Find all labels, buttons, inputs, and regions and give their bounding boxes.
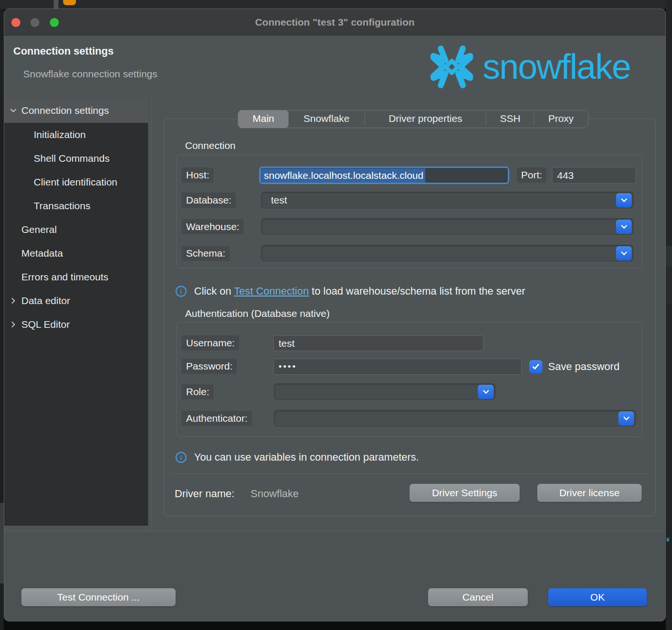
info-icon: i: [176, 286, 187, 297]
test-connection-link[interactable]: Test Connection: [234, 285, 309, 297]
hint-suffix: to load warehouse/schema list from the s…: [309, 285, 525, 297]
desktop-top-strip: [0, 0, 672, 9]
sidebar-item-errors-and-timeouts[interactable]: Errors and timeouts: [4, 265, 148, 289]
chevron-down-icon: [621, 224, 627, 229]
desktop-divider: [54, 0, 58, 9]
window-title: Connection "test 3" configuration: [4, 9, 665, 36]
desktop-app-icon: [63, 0, 76, 5]
sidebar-item-label: Metadata: [21, 248, 63, 259]
role-label: Role:: [182, 384, 214, 399]
tab-driver-properties[interactable]: Driver properties: [365, 110, 486, 128]
role-combo[interactable]: [274, 383, 495, 400]
tab-main[interactable]: Main: [238, 110, 289, 128]
settings-tree: Connection settings Initialization Shell…: [4, 98, 148, 526]
schema-dropdown-button[interactable]: [616, 246, 632, 260]
ok-button[interactable]: OK: [548, 588, 647, 606]
desktop-right-strip: ¥: [666, 0, 672, 630]
warehouse-label: Warehouse:: [182, 219, 243, 234]
password-input[interactable]: [273, 359, 522, 375]
sidebar-item-label: Errors and timeouts: [21, 271, 108, 283]
sidebar-item-label: Connection settings: [21, 105, 109, 116]
sidebar-item-label: General: [21, 224, 57, 235]
chevron-down-icon: [9, 106, 18, 115]
database-label: Database:: [182, 193, 236, 208]
tab-ssh[interactable]: SSH: [486, 110, 534, 128]
save-password-label: Save password: [548, 361, 619, 373]
driver-section-divider: [170, 473, 649, 474]
background-window-edge: [666, 246, 672, 267]
test-connection-button[interactable]: Test Connection ...: [21, 588, 176, 606]
sidebar-item-shell-commands[interactable]: Shell Commands: [4, 147, 148, 170]
role-dropdown-button[interactable]: [478, 385, 494, 399]
warehouse-combo[interactable]: [261, 218, 634, 235]
desktop-bottom-strip: [4, 621, 666, 630]
test-connection-hint: Click on Test Connection to load warehou…: [194, 285, 525, 297]
hint-prefix: Click on: [194, 285, 234, 297]
driver-settings-button[interactable]: Driver Settings: [410, 484, 520, 502]
connection-configuration-dialog: Connection "test 3" configuration Connec…: [4, 9, 666, 621]
tab-snowflake[interactable]: Snowflake: [289, 110, 364, 128]
desktop-left-strip: [0, 9, 4, 630]
authenticator-combo[interactable]: [274, 410, 636, 427]
port-label: Port:: [517, 167, 546, 183]
sidebar-item-label: Client identification: [34, 176, 117, 188]
background-teal-icon: ¥: [666, 537, 672, 542]
sidebar-item-metadata[interactable]: Metadata: [4, 241, 148, 265]
dialog-tabs: Main Snowflake Driver properties SSH Pro…: [238, 110, 588, 128]
chevron-right-icon: [9, 320, 18, 329]
footer-area: [4, 531, 666, 621]
sidebar-item-initialization[interactable]: Initialization: [4, 123, 148, 147]
variables-hint: You can use variables in connection para…: [194, 451, 419, 463]
sidebar-item-transactions[interactable]: Transactions: [4, 194, 148, 218]
host-input[interactable]: snowflake.localhost.localstack.cloud: [259, 167, 509, 184]
save-password-checkbox[interactable]: [529, 360, 542, 373]
username-input[interactable]: [273, 335, 484, 351]
desktop-left-segment: [0, 503, 4, 584]
zoom-button[interactable]: [50, 18, 59, 27]
minimize-button[interactable]: [30, 18, 39, 27]
sidebar-item-general[interactable]: General: [4, 218, 148, 241]
sidebar-item-client-identification[interactable]: Client identification: [4, 170, 148, 194]
authentication-group-label: Authentication (Database native): [185, 308, 330, 319]
sidebar-item-connection-settings[interactable]: Connection settings: [4, 98, 148, 123]
sidebar-item-label: Initialization: [34, 129, 86, 140]
chevron-right-icon: [9, 296, 18, 305]
sidebar-item-label: Transactions: [34, 200, 90, 212]
sidebar-item-data-editor[interactable]: Data editor: [4, 289, 148, 313]
port-input[interactable]: [552, 167, 636, 184]
chevron-down-icon: [621, 198, 627, 203]
chevron-down-icon: [623, 416, 630, 421]
authenticator-dropdown-button[interactable]: [618, 411, 634, 426]
check-icon: [532, 363, 540, 370]
chevron-down-icon: [621, 251, 627, 256]
driver-name-value: Snowflake: [251, 488, 299, 500]
sidebar-item-sql-editor[interactable]: SQL Editor: [4, 313, 148, 336]
driver-license-button[interactable]: Driver license: [537, 484, 642, 502]
schema-label: Schema:: [182, 246, 230, 261]
connection-group-label: Connection: [185, 140, 235, 151]
host-value-selected-text: snowflake.localhost.localstack.cloud: [261, 168, 425, 183]
chevron-down-icon: [483, 389, 489, 394]
snowflake-logo-text: snowflake: [483, 46, 630, 88]
cancel-button[interactable]: Cancel: [428, 588, 528, 606]
close-button[interactable]: [11, 18, 20, 27]
database-combo[interactable]: test: [261, 192, 634, 209]
authenticator-label: Authenticator:: [182, 411, 252, 426]
schema-combo[interactable]: [261, 245, 634, 262]
page-subtitle: Snowflake connection settings: [23, 68, 158, 80]
password-label: Password:: [182, 359, 237, 374]
tab-proxy[interactable]: Proxy: [534, 110, 588, 128]
driver-name-label: Driver name:: [175, 488, 234, 500]
database-dropdown-button[interactable]: [616, 193, 632, 207]
page-title: Connection settings: [13, 45, 113, 57]
desktop: ¥ Connection "test 3" configuration Conn…: [0, 0, 672, 630]
username-label: Username:: [182, 335, 239, 351]
info-icon: i: [176, 452, 187, 463]
sidebar-item-label: Data editor: [21, 295, 70, 306]
sidebar-item-label: Shell Commands: [34, 153, 110, 164]
snowflake-logo-icon: [424, 39, 479, 94]
background-window-edge2: [666, 267, 672, 305]
database-value: test: [271, 195, 287, 206]
warehouse-dropdown-button[interactable]: [616, 220, 632, 234]
sidebar-item-label: SQL Editor: [21, 319, 70, 330]
